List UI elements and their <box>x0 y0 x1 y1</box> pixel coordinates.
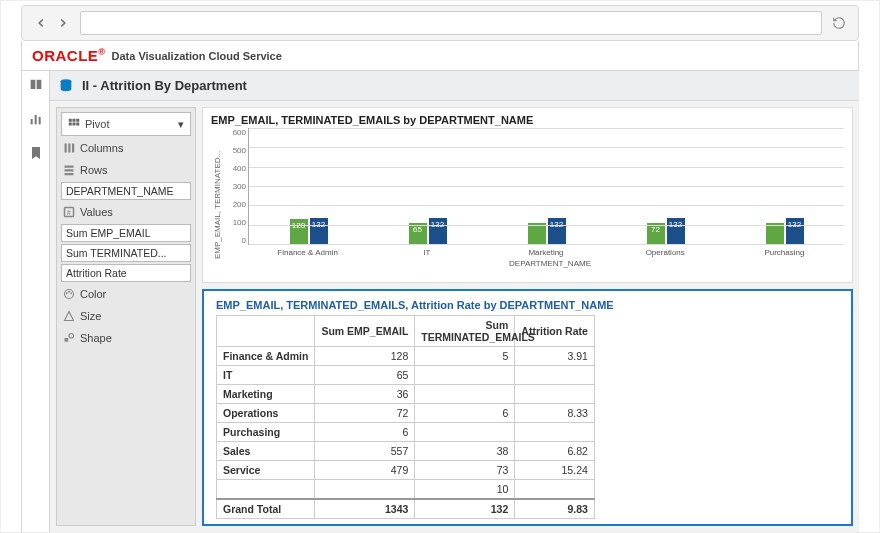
table-row[interactable]: Operations7268.33 <box>217 404 595 423</box>
size-section[interactable]: Size <box>61 306 191 326</box>
x-label: Marketing <box>486 245 605 257</box>
svg-rect-1 <box>34 115 36 124</box>
config-panel: Pivot ▾ Columns Rows DEPARTMENT_NAME <box>56 107 196 526</box>
bar-emp[interactable] <box>766 223 784 244</box>
values-label: Values <box>80 206 113 218</box>
svg-rect-13 <box>65 166 74 168</box>
svg-point-19 <box>66 292 68 294</box>
table-header: Sum EMP_EMAIL <box>315 316 415 347</box>
left-rail <box>22 71 50 532</box>
svg-point-20 <box>68 291 70 293</box>
svg-rect-11 <box>68 144 70 153</box>
bar-term[interactable]: 132 <box>786 218 804 244</box>
columns-label: Columns <box>80 142 123 154</box>
viz-type-selector[interactable]: Pivot ▾ <box>61 112 191 136</box>
svg-rect-5 <box>73 119 76 122</box>
x-label: Purchasing <box>725 245 844 257</box>
x-label: Operations <box>606 245 725 257</box>
svg-rect-8 <box>73 123 76 126</box>
table-row[interactable]: Service4797315.24 <box>217 461 595 480</box>
color-label: Color <box>80 288 106 300</box>
database-icon <box>58 78 74 94</box>
values-chip-0[interactable]: Sum EMP_EMAIL <box>61 224 191 242</box>
app-header: ORACLE Data Visualization Cloud Service <box>21 41 859 71</box>
table-row[interactable]: IT65 <box>217 366 595 385</box>
svg-rect-10 <box>65 144 67 153</box>
svg-rect-9 <box>76 123 79 126</box>
svg-text:#: # <box>67 209 71 216</box>
bar-emp[interactable] <box>528 223 546 244</box>
palette-icon <box>63 288 75 300</box>
table-row[interactable]: Finance & Admin12853.91 <box>217 347 595 366</box>
pivot-icon <box>68 118 80 130</box>
svg-rect-22 <box>65 338 69 342</box>
reload-button[interactable] <box>828 12 850 34</box>
bar-term[interactable]: 132 <box>667 218 685 244</box>
pivot-table-card: EMP_EMAIL, TERMINATED_EMAILS, Attrition … <box>202 289 853 526</box>
title-bar: II - Attrition By Department <box>50 71 859 101</box>
columns-icon <box>63 142 75 154</box>
chart-grid: 1281326513213272132132 <box>248 128 844 245</box>
table-row[interactable]: Purchasing6 <box>217 423 595 442</box>
svg-point-21 <box>70 292 72 294</box>
bar-emp[interactable]: 65 <box>409 223 427 244</box>
rows-label: Rows <box>80 164 108 176</box>
svg-rect-15 <box>65 173 74 175</box>
bar-emp[interactable]: 128 <box>290 219 308 244</box>
bar-chart-icon[interactable] <box>28 111 44 127</box>
forward-button[interactable] <box>52 12 74 34</box>
table-row[interactable]: Marketing36 <box>217 385 595 404</box>
bar-term[interactable]: 132 <box>548 218 566 244</box>
y-ticks: 6005004003002001000 <box>224 128 248 245</box>
svg-rect-0 <box>30 119 32 124</box>
product-name: Data Visualization Cloud Service <box>111 50 281 62</box>
url-input[interactable] <box>80 11 822 35</box>
rows-chip[interactable]: DEPARTMENT_NAME <box>61 182 191 200</box>
table-header: Sum TERMINATED_EMAILS <box>415 316 515 347</box>
svg-rect-6 <box>76 119 79 122</box>
shape-section[interactable]: Shape <box>61 328 191 348</box>
values-icon: # <box>63 206 75 218</box>
color-section[interactable]: Color <box>61 284 191 304</box>
pivot-table: Sum EMP_EMAILSum TERMINATED_EMAILSAttrit… <box>216 315 595 519</box>
viz-type-label: Pivot <box>85 118 109 130</box>
table-row[interactable]: Sales557386.82 <box>217 442 595 461</box>
svg-rect-4 <box>69 119 72 122</box>
svg-rect-2 <box>38 117 40 124</box>
x-labels: Finance & AdminITMarketingOperationsPurc… <box>248 245 844 257</box>
values-section[interactable]: # Values <box>61 202 191 222</box>
table-header <box>217 316 315 347</box>
values-chip-1[interactable]: Sum TERMINATED... <box>61 244 191 262</box>
x-label: IT <box>367 245 486 257</box>
chart-card: EMP_EMAIL, TERMINATED_EMAILS by DEPARTME… <box>202 107 853 283</box>
svg-rect-7 <box>69 123 72 126</box>
rows-section[interactable]: Rows <box>61 160 191 180</box>
values-chip-2[interactable]: Attrition Rate <box>61 264 191 282</box>
bookmark-icon[interactable] <box>28 145 44 161</box>
size-label: Size <box>80 310 101 322</box>
bar-term[interactable]: 132 <box>429 218 447 244</box>
bar-emp[interactable]: 72 <box>647 223 665 244</box>
back-button[interactable] <box>30 12 52 34</box>
bar-term[interactable]: 132 <box>310 218 328 244</box>
chart-title: EMP_EMAIL, TERMINATED_EMAILS by DEPARTME… <box>211 114 844 126</box>
rows-icon <box>63 164 75 176</box>
oracle-logo: ORACLE <box>32 47 105 64</box>
shape-label: Shape <box>80 332 112 344</box>
browser-bar <box>21 5 859 41</box>
y-axis-label: EMP_EMAIL, TERMINATED... <box>211 128 224 268</box>
page-title: II - Attrition By Department <box>82 78 247 93</box>
chevron-down-icon: ▾ <box>178 118 184 131</box>
book-icon[interactable] <box>28 77 44 93</box>
x-label: Finance & Admin <box>248 245 367 257</box>
table-row[interactable]: 10 <box>217 480 595 500</box>
pivot-header-row: Sum EMP_EMAILSum TERMINATED_EMAILSAttrit… <box>217 316 595 347</box>
pivot-title: EMP_EMAIL, TERMINATED_EMAILS, Attrition … <box>216 299 839 311</box>
shape-icon <box>63 332 75 344</box>
size-icon <box>63 310 75 322</box>
table-total-row: Grand Total13431329.83 <box>217 499 595 519</box>
columns-section[interactable]: Columns <box>61 138 191 158</box>
svg-rect-14 <box>65 169 74 171</box>
svg-point-23 <box>69 334 74 339</box>
x-axis-label: DEPARTMENT_NAME <box>224 259 844 268</box>
